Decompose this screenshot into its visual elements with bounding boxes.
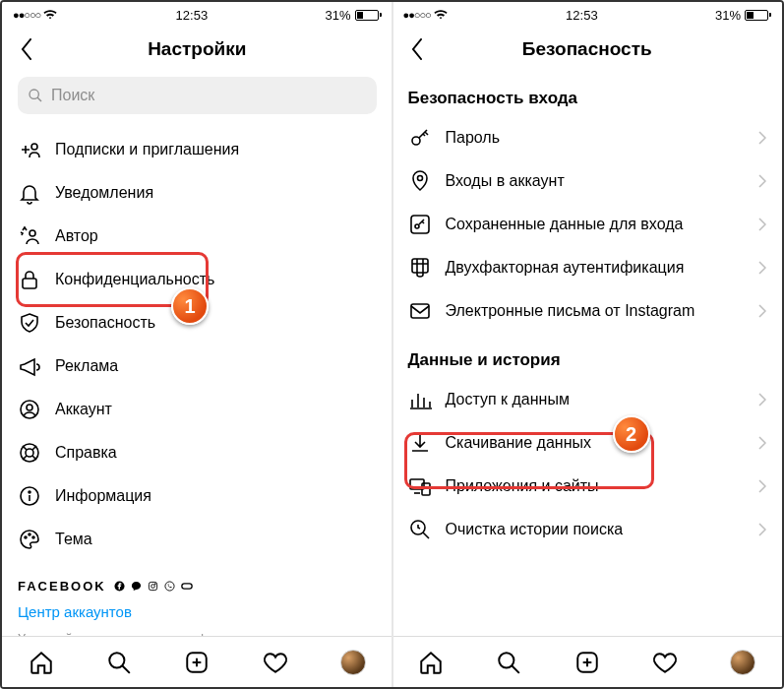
svg-line-38 <box>513 665 520 673</box>
settings-item-subscriptions[interactable]: Подписки и приглашения <box>18 128 377 171</box>
section-header-login: Безопасность входа <box>408 71 767 116</box>
svg-line-36 <box>423 532 429 538</box>
status-bar: ●●○○○ 12:53 31% <box>2 2 392 28</box>
nav-header: Безопасность <box>392 28 783 71</box>
security-item-password[interactable]: Пароль <box>408 116 767 159</box>
tab-bar <box>2 636 392 687</box>
section-header-data: Данные и история <box>408 333 767 378</box>
whatsapp-icon <box>164 581 176 593</box>
svg-rect-30 <box>412 259 428 273</box>
tab-home[interactable] <box>28 649 55 676</box>
svg-point-26 <box>412 137 420 145</box>
back-button[interactable] <box>402 28 432 71</box>
svg-point-29 <box>415 224 419 228</box>
messenger-icon <box>131 581 143 593</box>
tab-bar <box>392 636 783 687</box>
tab-activity[interactable] <box>262 649 289 676</box>
tab-profile[interactable] <box>339 649 367 676</box>
security-item-clear-search[interactable]: Очистка истории поиска <box>408 508 767 551</box>
user-circle-icon <box>18 398 41 421</box>
settings-item-ads[interactable]: Реклама <box>18 344 377 388</box>
instagram-icon <box>148 581 159 593</box>
settings-item-theme[interactable]: Тема <box>18 518 377 561</box>
megaphone-icon <box>18 354 41 378</box>
lock-icon <box>18 268 41 291</box>
chevron-right-icon <box>758 261 766 275</box>
svg-rect-4 <box>23 279 36 288</box>
search-placeholder: Поиск <box>51 87 94 104</box>
tab-activity[interactable] <box>651 649 679 676</box>
svg-point-14 <box>32 536 34 538</box>
battery-percent: 31% <box>325 8 350 23</box>
location-pin-icon <box>408 169 432 193</box>
settings-item-author[interactable]: Автор <box>18 215 377 258</box>
tab-home[interactable] <box>417 649 445 676</box>
wifi-icon <box>42 8 58 23</box>
shield-icon <box>18 311 41 335</box>
svg-point-12 <box>25 536 27 538</box>
tab-profile[interactable] <box>729 649 756 676</box>
phone-left: ●●○○○ 12:53 31% Настройки <box>2 2 392 687</box>
oculus-icon <box>181 581 193 593</box>
security-item-saved-login[interactable]: Сохраненные данные для входа <box>408 203 767 246</box>
security-item-data-access[interactable]: Доступ к данным <box>408 378 767 421</box>
svg-point-3 <box>30 230 35 236</box>
footer-description: Управляйте кросс-сервисными функциями в … <box>18 630 377 636</box>
chevron-right-icon <box>758 523 766 536</box>
svg-point-11 <box>29 491 30 493</box>
battery-percent: 31% <box>715 8 741 23</box>
security-item-login-activity[interactable]: Входы в аккаунт <box>408 159 767 203</box>
status-time: 12:53 <box>176 8 209 23</box>
tab-new-post[interactable] <box>573 649 601 676</box>
facebook-brand-row: FACEBOOK <box>18 579 377 594</box>
info-icon <box>18 484 41 508</box>
settings-item-account[interactable]: Аккаунт <box>18 388 377 431</box>
palette-icon <box>18 528 41 551</box>
search-input[interactable]: Поиск <box>18 77 377 114</box>
signal-dots-icon: ●●○○○ <box>403 9 431 21</box>
settings-item-security[interactable]: Безопасность <box>18 301 377 344</box>
svg-point-19 <box>165 582 174 591</box>
security-item-apps[interactable]: Приложения и сайты <box>408 465 767 508</box>
search-clock-icon <box>408 518 432 541</box>
phone-divider <box>392 2 393 687</box>
avatar <box>730 650 755 675</box>
chevron-right-icon <box>758 436 766 450</box>
signal-dots-icon: ●●○○○ <box>13 9 40 21</box>
svg-point-6 <box>27 405 32 410</box>
settings-item-help[interactable]: Справка <box>18 431 377 474</box>
settings-item-notifications[interactable]: Уведомления <box>18 171 377 215</box>
back-button[interactable] <box>12 28 41 71</box>
settings-item-privacy[interactable]: Конфиденциальность <box>18 258 377 301</box>
battery-icon <box>355 10 382 21</box>
security-item-emails[interactable]: Электронные письма от Instagram <box>408 289 767 333</box>
facebook-icon <box>114 581 126 593</box>
bell-icon <box>18 181 41 205</box>
chevron-right-icon <box>758 131 766 145</box>
user-plus-icon <box>18 138 41 161</box>
chevron-right-icon <box>758 304 766 318</box>
status-time: 12:53 <box>566 8 598 23</box>
status-bar: ●●○○○ 12:53 31% <box>392 2 783 28</box>
battery-icon <box>745 10 771 21</box>
security-item-two-factor[interactable]: Двухфакторная аутентификация <box>408 246 767 289</box>
settings-item-info[interactable]: Информация <box>18 474 377 518</box>
svg-point-13 <box>29 533 30 535</box>
accounts-center-link[interactable]: Центр аккаунтов <box>18 603 377 620</box>
svg-point-21 <box>109 653 124 667</box>
tab-search[interactable] <box>495 649 522 676</box>
chevron-right-icon <box>758 174 766 188</box>
svg-rect-20 <box>182 584 192 589</box>
tab-search[interactable] <box>105 649 133 676</box>
svg-point-37 <box>500 653 514 667</box>
page-title: Безопасность <box>522 38 652 60</box>
download-icon <box>408 431 432 455</box>
svg-line-1 <box>37 97 41 101</box>
svg-point-0 <box>30 90 38 98</box>
avatar <box>340 650 366 675</box>
key-icon <box>408 126 432 150</box>
grid-shield-icon <box>408 256 432 280</box>
security-item-download[interactable]: Скачивание данных <box>408 421 767 465</box>
tab-new-post[interactable] <box>183 649 211 676</box>
svg-point-8 <box>26 449 33 457</box>
